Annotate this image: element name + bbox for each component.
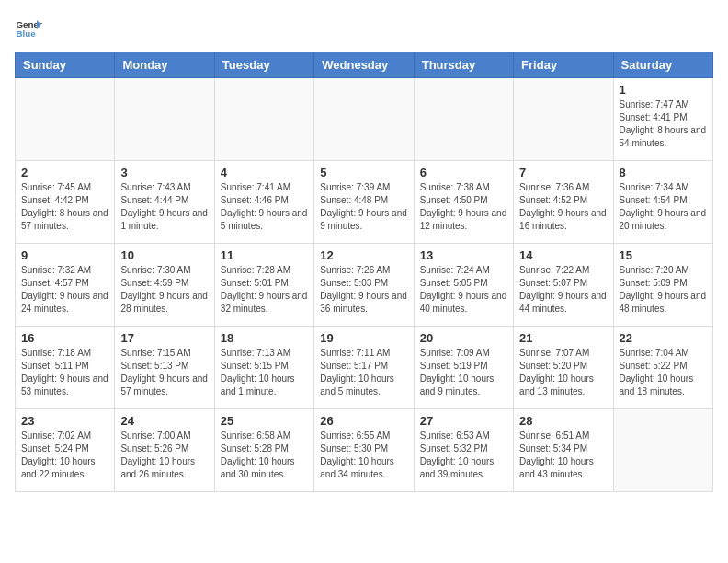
page-header: General Blue: [15, 15, 713, 42]
day-number: 12: [320, 248, 407, 262]
day-number: 27: [420, 414, 507, 428]
day-number: 21: [519, 331, 607, 345]
day-number: 15: [620, 248, 707, 262]
day-number: 28: [519, 414, 607, 428]
day-cell: 3Sunrise: 7:43 AM Sunset: 4:44 PM Daylig…: [115, 161, 214, 244]
day-info: Sunrise: 7:39 AM Sunset: 4:48 PM Dayligh…: [320, 181, 407, 233]
day-number: 10: [120, 248, 208, 262]
day-info: Sunrise: 7:43 AM Sunset: 4:44 PM Dayligh…: [120, 181, 208, 233]
day-info: Sunrise: 7:18 AM Sunset: 5:11 PM Dayligh…: [21, 347, 108, 398]
day-cell: 11Sunrise: 7:28 AM Sunset: 5:01 PM Dayli…: [214, 244, 313, 327]
day-info: Sunrise: 7:32 AM Sunset: 4:57 PM Dayligh…: [21, 264, 108, 316]
day-cell: 20Sunrise: 7:09 AM Sunset: 5:19 PM Dayli…: [414, 327, 513, 409]
day-cell: 5Sunrise: 7:39 AM Sunset: 4:48 PM Daylig…: [314, 161, 414, 244]
day-info: Sunrise: 7:28 AM Sunset: 5:01 PM Dayligh…: [221, 264, 308, 316]
day-info: Sunrise: 7:45 AM Sunset: 4:42 PM Dayligh…: [21, 181, 108, 233]
day-number: 3: [120, 166, 208, 179]
day-number: 23: [21, 414, 108, 428]
day-info: Sunrise: 7:34 AM Sunset: 4:54 PM Dayligh…: [620, 181, 707, 233]
day-cell: 9Sunrise: 7:32 AM Sunset: 4:57 PM Daylig…: [16, 244, 115, 327]
calendar-header: SundayMondayTuesdayWednesdayThursdayFrid…: [16, 52, 713, 78]
day-cell: [613, 409, 712, 492]
day-info: Sunrise: 7:02 AM Sunset: 5:24 PM Dayligh…: [21, 430, 108, 481]
day-number: 18: [221, 331, 308, 345]
day-number: 4: [221, 166, 308, 179]
day-cell: 28Sunrise: 6:51 AM Sunset: 5:34 PM Dayli…: [514, 409, 613, 492]
day-cell: 12Sunrise: 7:26 AM Sunset: 5:03 PM Dayli…: [314, 244, 414, 327]
calendar-table: SundayMondayTuesdayWednesdayThursdayFrid…: [15, 52, 713, 492]
day-cell: 8Sunrise: 7:34 AM Sunset: 4:54 PM Daylig…: [613, 161, 712, 244]
day-cell: 10Sunrise: 7:30 AM Sunset: 4:59 PM Dayli…: [115, 244, 214, 327]
day-number: 13: [420, 248, 507, 262]
day-number: 7: [519, 166, 607, 179]
weekday-header-friday: Friday: [514, 52, 613, 78]
day-number: 6: [420, 166, 507, 179]
day-number: 24: [120, 414, 208, 428]
day-number: 9: [21, 248, 108, 262]
day-cell: [214, 78, 313, 161]
day-number: 19: [320, 331, 407, 345]
weekday-header-thursday: Thursday: [414, 52, 513, 78]
day-cell: 13Sunrise: 7:24 AM Sunset: 5:05 PM Dayli…: [414, 244, 513, 327]
weekday-header-wednesday: Wednesday: [314, 52, 414, 78]
svg-text:Blue: Blue: [17, 29, 37, 39]
day-number: 2: [21, 166, 108, 179]
day-info: Sunrise: 7:36 AM Sunset: 4:52 PM Dayligh…: [519, 181, 607, 233]
day-cell: 23Sunrise: 7:02 AM Sunset: 5:24 PM Dayli…: [16, 409, 115, 492]
weekday-header-sunday: Sunday: [16, 52, 115, 78]
week-row-5: 23Sunrise: 7:02 AM Sunset: 5:24 PM Dayli…: [16, 409, 713, 492]
day-cell: 22Sunrise: 7:04 AM Sunset: 5:22 PM Dayli…: [613, 327, 712, 409]
day-cell: 2Sunrise: 7:45 AM Sunset: 4:42 PM Daylig…: [16, 161, 115, 244]
day-cell: 14Sunrise: 7:22 AM Sunset: 5:07 PM Dayli…: [514, 244, 613, 327]
day-cell: 24Sunrise: 7:00 AM Sunset: 5:26 PM Dayli…: [115, 409, 214, 492]
day-cell: 4Sunrise: 7:41 AM Sunset: 4:46 PM Daylig…: [214, 161, 313, 244]
day-number: 22: [620, 331, 707, 345]
week-row-2: 2Sunrise: 7:45 AM Sunset: 4:42 PM Daylig…: [16, 161, 713, 244]
logo-icon: General Blue: [15, 15, 42, 42]
day-cell: 18Sunrise: 7:13 AM Sunset: 5:15 PM Dayli…: [214, 327, 313, 409]
day-info: Sunrise: 7:41 AM Sunset: 4:46 PM Dayligh…: [221, 181, 308, 233]
day-cell: 27Sunrise: 6:53 AM Sunset: 5:32 PM Dayli…: [414, 409, 513, 492]
day-info: Sunrise: 7:20 AM Sunset: 5:09 PM Dayligh…: [620, 264, 707, 316]
day-number: 16: [21, 331, 108, 345]
day-info: Sunrise: 7:24 AM Sunset: 5:05 PM Dayligh…: [420, 264, 507, 316]
logo: General Blue: [15, 15, 42, 42]
day-cell: [414, 78, 513, 161]
day-cell: [115, 78, 214, 161]
day-info: Sunrise: 7:13 AM Sunset: 5:15 PM Dayligh…: [221, 347, 308, 398]
day-cell: [16, 78, 115, 161]
day-cell: 19Sunrise: 7:11 AM Sunset: 5:17 PM Dayli…: [314, 327, 414, 409]
day-cell: 21Sunrise: 7:07 AM Sunset: 5:20 PM Dayli…: [514, 327, 613, 409]
day-info: Sunrise: 6:51 AM Sunset: 5:34 PM Dayligh…: [519, 430, 607, 481]
day-number: 25: [221, 414, 308, 428]
day-info: Sunrise: 6:55 AM Sunset: 5:30 PM Dayligh…: [320, 430, 407, 481]
day-number: 8: [620, 166, 707, 179]
week-row-1: 1Sunrise: 7:47 AM Sunset: 4:41 PM Daylig…: [16, 78, 713, 161]
calendar-body: 1Sunrise: 7:47 AM Sunset: 4:41 PM Daylig…: [16, 78, 713, 492]
weekday-header-saturday: Saturday: [613, 52, 712, 78]
day-cell: 26Sunrise: 6:55 AM Sunset: 5:30 PM Dayli…: [314, 409, 414, 492]
weekday-header-tuesday: Tuesday: [214, 52, 313, 78]
day-number: 5: [320, 166, 407, 179]
day-info: Sunrise: 7:15 AM Sunset: 5:13 PM Dayligh…: [120, 347, 208, 398]
day-cell: 17Sunrise: 7:15 AM Sunset: 5:13 PM Dayli…: [115, 327, 214, 409]
day-cell: [314, 78, 414, 161]
day-info: Sunrise: 7:47 AM Sunset: 4:41 PM Dayligh…: [620, 98, 707, 150]
day-cell: 15Sunrise: 7:20 AM Sunset: 5:09 PM Dayli…: [613, 244, 712, 327]
day-info: Sunrise: 7:26 AM Sunset: 5:03 PM Dayligh…: [320, 264, 407, 316]
weekday-header-row: SundayMondayTuesdayWednesdayThursdayFrid…: [16, 52, 713, 78]
day-info: Sunrise: 7:38 AM Sunset: 4:50 PM Dayligh…: [420, 181, 507, 233]
day-info: Sunrise: 7:22 AM Sunset: 5:07 PM Dayligh…: [519, 264, 607, 316]
day-info: Sunrise: 7:04 AM Sunset: 5:22 PM Dayligh…: [620, 347, 707, 398]
day-info: Sunrise: 7:07 AM Sunset: 5:20 PM Dayligh…: [519, 347, 607, 398]
week-row-3: 9Sunrise: 7:32 AM Sunset: 4:57 PM Daylig…: [16, 244, 713, 327]
day-cell: 25Sunrise: 6:58 AM Sunset: 5:28 PM Dayli…: [214, 409, 313, 492]
day-number: 26: [320, 414, 407, 428]
day-number: 17: [120, 331, 208, 345]
day-info: Sunrise: 7:30 AM Sunset: 4:59 PM Dayligh…: [120, 264, 208, 316]
day-cell: [514, 78, 613, 161]
day-info: Sunrise: 7:00 AM Sunset: 5:26 PM Dayligh…: [120, 430, 208, 481]
day-number: 14: [519, 248, 607, 262]
day-info: Sunrise: 7:09 AM Sunset: 5:19 PM Dayligh…: [420, 347, 507, 398]
day-info: Sunrise: 6:53 AM Sunset: 5:32 PM Dayligh…: [420, 430, 507, 481]
